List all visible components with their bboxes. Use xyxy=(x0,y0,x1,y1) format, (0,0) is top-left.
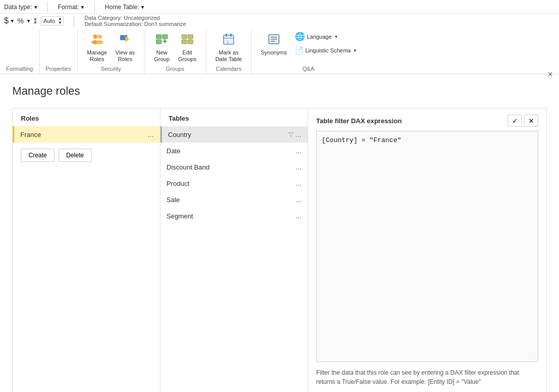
language-btn[interactable]: 🌐 Language ▾ xyxy=(292,30,359,43)
group-properties: Properties xyxy=(40,30,78,74)
format-label: Format: xyxy=(58,4,79,11)
svg-rect-6 xyxy=(156,35,161,39)
sep3 xyxy=(74,16,74,26)
create-button[interactable]: Create xyxy=(21,149,54,162)
filter-icon: ▽ xyxy=(289,131,293,138)
auto-control[interactable]: Auto ▲ ▼ xyxy=(41,16,64,25)
auto-arrows: ▲ ▼ xyxy=(57,17,63,25)
edit-groups-btn[interactable]: Edit Groups xyxy=(175,30,200,65)
group-qa: Synonyms 🌐 Language ▾ 📄 Linguistic Schem… xyxy=(251,30,365,74)
data-type-arrow[interactable]: ▾ xyxy=(34,4,37,11)
dax-expression-editor[interactable]: [Country] = "France" xyxy=(316,131,538,362)
group-security: Manage Roles View as Roles Security xyxy=(78,30,145,74)
table-item-segment-name: Segment xyxy=(166,212,193,220)
new-group-label: New Group xyxy=(154,49,170,63)
svg-rect-7 xyxy=(162,35,167,39)
view-roles-icon xyxy=(118,32,132,48)
role-item-dots[interactable]: ... xyxy=(148,130,154,138)
calendars-group-label: Calendars xyxy=(216,65,241,74)
view-as-roles-btn[interactable]: View as Roles xyxy=(112,30,137,65)
table-item-segment[interactable]: Segment ... xyxy=(160,208,308,224)
table-item-date-dots[interactable]: ... xyxy=(295,147,301,155)
dax-expression-text: [Country] = "France" xyxy=(322,136,401,144)
percent-arrow[interactable]: ▾ xyxy=(27,17,30,24)
dialog: × Manage roles Roles France ... Create D… xyxy=(0,74,559,392)
dax-cancel-btn[interactable]: ✕ xyxy=(524,115,538,127)
table-item-date[interactable]: Date ... xyxy=(160,143,308,159)
manage-roles-icon xyxy=(90,32,104,48)
dollar-icon: $ xyxy=(4,16,9,25)
synonyms-icon xyxy=(267,32,281,48)
svg-text:1: 1 xyxy=(227,40,229,44)
dax-header-row: Table filter DAX expression ✓ ✕ xyxy=(308,108,546,131)
down-arrow[interactable]: ▼ xyxy=(57,21,63,25)
home-table-label: Home Table: xyxy=(105,4,139,11)
dax-controls: ✓ ✕ xyxy=(508,115,538,127)
home-table-arrow[interactable]: ▾ xyxy=(141,4,144,11)
table-item-product-name: Product xyxy=(166,180,189,187)
dax-title: Table filter DAX expression xyxy=(316,117,402,125)
view-roles-label: View as Roles xyxy=(115,49,134,63)
ribbon: Data type: ▾ Format: ▾ Home Table: ▾ $ ▾… xyxy=(0,0,559,74)
mark-date-btn[interactable]: 1 Mark as Date Table xyxy=(212,30,245,65)
table-item-sale-name: Sale xyxy=(166,196,180,204)
security-group-label: Security xyxy=(101,65,121,74)
props-meta: Data Category: Uncategorized Default Sum… xyxy=(85,15,186,27)
svg-point-3 xyxy=(96,40,103,44)
auto-label: Auto xyxy=(41,17,57,24)
dollar-arrow[interactable]: ▾ xyxy=(11,17,14,24)
new-group-btn[interactable]: New Group xyxy=(151,30,173,65)
tables-column: Tables Country ▽ ... Date ... Discount B… xyxy=(160,108,308,392)
svg-point-0 xyxy=(93,35,97,39)
ribbon-top-row: Data type: ▾ Format: ▾ Home Table: ▾ xyxy=(0,0,559,14)
group-groups-content: New Group Edit Groups xyxy=(151,30,200,65)
linguistic-schema-btn[interactable]: 📄 Linguistic Schema ▾ xyxy=(292,45,359,56)
role-actions: Create Delete xyxy=(13,143,160,168)
table-item-sale-dots[interactable]: ... xyxy=(295,195,301,204)
format-arrow[interactable]: ▾ xyxy=(81,4,84,11)
table-item-discount-band[interactable]: Discount Band ... xyxy=(160,159,308,175)
edit-groups-icon xyxy=(180,32,194,48)
data-category-label: Data Category: Uncategorized xyxy=(85,15,186,21)
group-calendars-content: 1 Mark as Date Table xyxy=(212,30,245,65)
language-icon: 🌐 xyxy=(295,32,305,41)
synonyms-btn[interactable]: Synonyms xyxy=(258,30,290,58)
close-button[interactable]: × xyxy=(547,69,553,80)
group-formatting: Formatting xyxy=(0,30,40,74)
dax-confirm-btn[interactable]: ✓ xyxy=(508,115,522,127)
edit-groups-label: Edit Groups xyxy=(178,49,197,63)
home-table-meta: Home Table: ▾ xyxy=(105,4,144,11)
table-item-date-name: Date xyxy=(166,147,180,155)
default-summarization-label: Default Summarization: Don't summarize xyxy=(85,21,186,27)
svg-point-2 xyxy=(98,35,102,39)
dax-column: Table filter DAX expression ✓ ✕ [Country… xyxy=(308,108,546,392)
lang-ling-group: 🌐 Language ▾ 📄 Linguistic Schema ▾ xyxy=(292,30,359,56)
svg-rect-17 xyxy=(226,34,227,37)
table-item-segment-dots[interactable]: ... xyxy=(295,212,301,220)
format-meta: Format: ▾ xyxy=(58,4,84,11)
table-item-country[interactable]: Country ▽ ... xyxy=(160,126,308,143)
svg-rect-12 xyxy=(188,35,193,39)
table-item-product-dots[interactable]: ... xyxy=(295,179,301,187)
table-item-country-right: ▽ ... xyxy=(289,130,301,138)
data-type-meta: Data type: ▾ xyxy=(4,4,37,11)
roles-header: Roles xyxy=(13,108,160,126)
properties-group-label: Properties xyxy=(46,65,71,74)
svg-rect-8 xyxy=(156,40,161,44)
tables-header: Tables xyxy=(160,108,308,126)
table-item-country-dots[interactable]: ... xyxy=(295,130,301,138)
manage-roles-label: Manage Roles xyxy=(87,49,107,63)
data-type-label: Data type: xyxy=(4,4,32,11)
table-item-sale[interactable]: Sale ... xyxy=(160,191,308,208)
svg-rect-11 xyxy=(182,35,187,39)
role-item-france[interactable]: France ... xyxy=(13,126,160,143)
ribbon-main: Formatting Properties xyxy=(0,28,559,74)
delete-button[interactable]: Delete xyxy=(59,149,92,162)
formatting-group-label: Formatting xyxy=(6,65,33,74)
manage-roles-btn[interactable]: Manage Roles xyxy=(84,30,110,65)
language-label: Language xyxy=(307,34,332,40)
table-item-discount-band-dots[interactable]: ... xyxy=(295,163,301,171)
table-item-product[interactable]: Product ... xyxy=(160,175,308,191)
language-arrow: ▾ xyxy=(335,34,338,39)
synonyms-label: Synonyms xyxy=(261,49,287,56)
